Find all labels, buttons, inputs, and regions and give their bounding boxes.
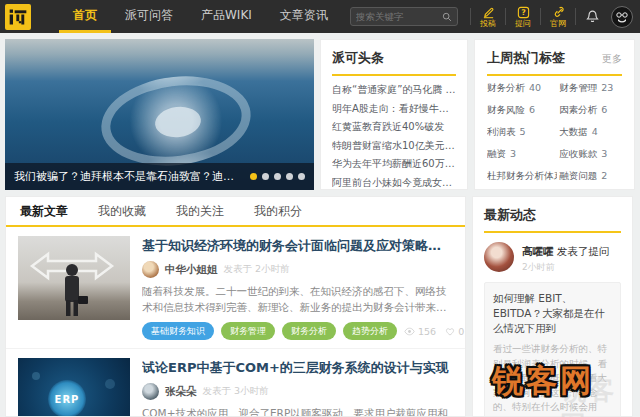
tab-latest-articles[interactable]: 最新文章 [20, 203, 68, 220]
hot-tag[interactable]: 融资问题2 [559, 170, 622, 183]
main-menu: 首页 派可问答 产品WIKI 文章资讯 [59, 0, 342, 33]
man-arrows-graphic [18, 236, 130, 320]
avatar-face-icon [614, 9, 630, 25]
article-excerpt: COM+技术的应用、迎合了ERP以顾客驱动、要求用户裁剪应用和易用性要求、有效地… [142, 405, 453, 417]
more-link[interactable]: 更多 [602, 52, 622, 66]
hot-tag[interactable]: 融资3 [487, 148, 557, 161]
tab-my-favorites[interactable]: 我的收藏 [98, 203, 146, 220]
tab-my-points[interactable]: 我的积分 [254, 203, 302, 220]
headline-link[interactable]: 华为去年平均薪酬近60万 平均… [332, 155, 456, 174]
hot-tag[interactable]: 应收账款3 [559, 148, 622, 161]
user-avatar[interactable] [611, 6, 633, 28]
logo-glyph-icon [8, 7, 28, 27]
hot-tag[interactable]: 财务风险6 [487, 104, 557, 117]
search-input[interactable] [356, 11, 442, 22]
nav-item-qa[interactable]: 派可问答 [111, 0, 187, 33]
article-title[interactable]: 试论ERP中基于COM+的三层财务系统的设计与实现 [142, 359, 453, 377]
search-icon [442, 12, 452, 22]
carousel-dot[interactable] [250, 173, 257, 180]
article-thumbnail[interactable]: ERP [18, 358, 130, 417]
headline-link[interactable]: 明年A股走向：看好慢牛行情 聚… [332, 100, 456, 119]
site-logo[interactable] [5, 4, 31, 30]
hot-tags-title: 上周热门标签 [487, 49, 565, 67]
search-box[interactable] [350, 7, 458, 26]
carousel-caption[interactable]: 我们被骗了？迪拜根本不是靠石油致富？迪拜… [14, 169, 242, 184]
notifications-button[interactable] [576, 9, 609, 24]
headlines-panel: 派可头条 自称“普通家庭”的马化腾 真实… 明年A股走向：看好慢牛行情 聚… 红… [320, 39, 468, 190]
articles-panel: 最新文章 我的收藏 我的关注 我的积分 [5, 196, 466, 417]
activity-time: 2小时前 [522, 261, 609, 274]
carousel-caption-bar: 我们被骗了？迪拜根本不是靠石油致富？迪拜… [5, 163, 314, 190]
carousel-dots [250, 173, 305, 180]
views-stat: 156 [404, 326, 436, 337]
headline-link[interactable]: 自称“普通家庭”的马化腾 真实… [332, 81, 456, 100]
accent-divider [487, 74, 622, 76]
hot-tag[interactable]: 财务分析40 [487, 82, 557, 95]
bell-icon [585, 9, 600, 24]
hot-tag[interactable]: 大数据4 [559, 126, 622, 139]
submit-post-button[interactable]: 投稿 [471, 6, 505, 28]
activity-user-name[interactable]: 高嚯嚯 [522, 245, 554, 257]
article-row: 基于知识经济环境的财务会计面临问题及应对策略分析 中华小姐姐 发表于 2小时前 … [6, 227, 465, 348]
carousel-dot[interactable] [262, 173, 269, 180]
post-time: 发表于 2小时前 [224, 263, 290, 276]
headlines-title: 派可头条 [332, 49, 456, 67]
author-name[interactable]: 张朵朵 [165, 385, 197, 399]
activity-action: 发表了提问 [557, 245, 610, 257]
article-tag[interactable]: 财务管理 [221, 322, 275, 340]
hot-tag[interactable]: 财务管理23 [559, 82, 622, 95]
author-avatar[interactable] [142, 261, 159, 278]
heart-icon [445, 327, 455, 336]
carousel-dot[interactable] [286, 173, 293, 180]
activity-item: 高嚯嚯 发表了提问 2小时前 如何理解 EBIT、EBITDA？大家都是在什么情… [484, 242, 621, 417]
link-icon [552, 6, 565, 19]
question-title[interactable]: 如何理解 EBIT、EBITDA？大家都是在什么情况下用到 [493, 291, 612, 336]
question-body: 看过一些讲财务分析的、特别是利润表分析的时候、看到有提到这些概念、看看大家是如何… [493, 342, 612, 417]
activity-panel: 最新动态 高嚯嚯 发表了提问 2小时前 如何理解 EBIT、EBITDA？大家都… [472, 196, 633, 417]
eye-icon [404, 327, 415, 336]
accent-divider [484, 231, 621, 233]
headline-link[interactable]: 特朗普财富缩水10亿美元 排名… [332, 137, 456, 156]
pen-icon [482, 6, 495, 19]
ask-question-button[interactable]: ? 提问 [506, 6, 540, 28]
activity-title: 最新动态 [484, 206, 621, 224]
hot-tags-panel: 上周热门标签 更多 财务分析40 财务管理23 财务风险6 因素分析6 利润表5… [474, 39, 635, 190]
likes-stat: 0 [445, 326, 464, 337]
article-title[interactable]: 基于知识经济环境的财务会计面临问题及应对策略分析 [142, 237, 453, 255]
carousel-dot[interactable] [298, 173, 305, 180]
activity-question-card[interactable]: 如何理解 EBIT、EBITDA？大家都是在什么情况下用到 看过一些讲财务分析的… [484, 282, 621, 417]
hot-tag[interactable]: 因素分析6 [559, 104, 622, 117]
hero-carousel[interactable]: 我们被骗了？迪拜根本不是靠石油致富？迪拜… [5, 39, 314, 190]
author-name[interactable]: 中华小姐姐 [165, 263, 218, 277]
author-avatar[interactable] [142, 383, 159, 400]
tab-my-follows[interactable]: 我的关注 [176, 203, 224, 220]
headline-link[interactable]: 阿里前台小妹如今竟成女总裁，只… [332, 174, 456, 191]
activity-user-avatar[interactable] [484, 242, 514, 272]
question-icon: ? [517, 6, 530, 19]
official-site-button[interactable]: 官网 [541, 6, 575, 28]
carousel-dot[interactable] [274, 173, 281, 180]
article-row: ERP 试论ERP中基于COM+的三层财务系统的设计与实现 张朵朵 发表于 3 [6, 348, 465, 417]
article-tag[interactable]: 趋势分析 [343, 322, 397, 340]
accent-divider [332, 74, 456, 76]
headline-link[interactable]: 红黄蓝教育跌近40%破发 [332, 118, 456, 137]
hand-graphic [18, 358, 130, 417]
article-excerpt: 随着科技发展。二十一世纪的到来、在知识经济的感召下、网络技术和信息技术得到完善、… [142, 283, 453, 315]
hot-tag[interactable]: 杜邦财务分析体系2 [487, 170, 557, 183]
articles-tabbar: 最新文章 我的收藏 我的关注 我的积分 [6, 197, 465, 225]
article-thumbnail[interactable] [18, 236, 130, 320]
tag-grid: 财务分析40 财务管理23 财务风险6 因素分析6 利润表5 大数据4 融资3 … [487, 82, 622, 190]
hot-tag[interactable]: 利润表5 [487, 126, 557, 139]
svg-text:?: ? [521, 8, 526, 17]
article-tag[interactable]: 财务分析 [282, 322, 336, 340]
nav-item-home[interactable]: 首页 [59, 0, 111, 33]
article-stats: 156 0 [404, 326, 466, 337]
nav-item-news[interactable]: 文章资讯 [266, 0, 342, 33]
top-navbar: 首页 派可问答 产品WIKI 文章资讯 投稿 ? 提问 官网 [0, 0, 640, 33]
article-tag[interactable]: 基础财务知识 [142, 322, 214, 340]
nav-item-wiki[interactable]: 产品WIKI [187, 0, 266, 33]
post-time: 发表于 3小时前 [203, 385, 269, 398]
